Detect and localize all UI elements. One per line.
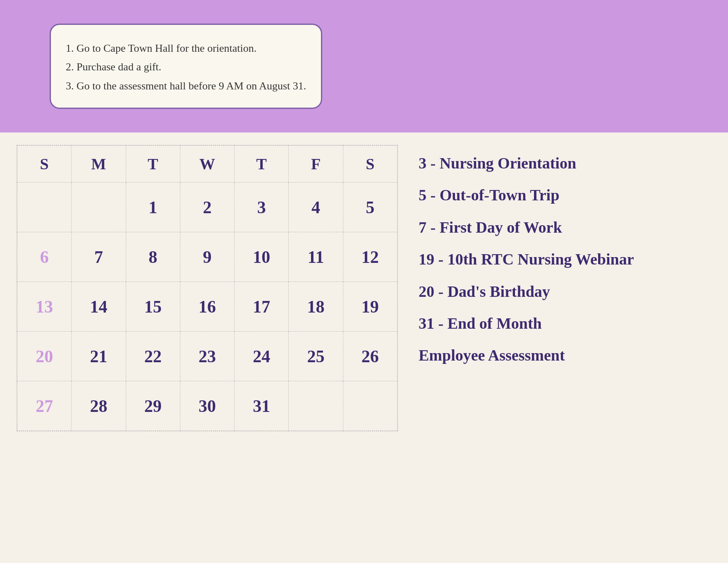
calendar-week-4: 20212223242526 (17, 332, 398, 381)
note-item-2: 2. Purchase dad a gift. (66, 58, 306, 76)
calendar-day: 22 (126, 332, 180, 381)
calendar-day: 14 (72, 282, 126, 332)
calendar-day: 9 (180, 232, 234, 282)
event-item-6: 31 - End of Month (419, 313, 707, 334)
event-item-7: Employee Assessment (419, 345, 707, 366)
calendar-day: 31 (235, 381, 289, 431)
calendar-day (289, 381, 343, 431)
calendar-day: 24 (235, 332, 289, 381)
calendar-day: 17 (235, 282, 289, 332)
calendar-day: 30 (180, 381, 234, 431)
col-thu: T (235, 146, 289, 183)
calendar-week-1: 12345 (17, 183, 398, 232)
calendar-week-3: 13141516171819 (17, 282, 398, 332)
header: 1. Go to Cape Town Hall for the orientat… (0, 0, 728, 132)
col-mon: M (72, 146, 126, 183)
event-item-3: 7 - First Day of Work (419, 217, 707, 238)
calendar-day: 23 (180, 332, 234, 381)
calendar-day: 28 (72, 381, 126, 431)
calendar-day: 5 (343, 183, 397, 232)
calendar-day: 3 (235, 183, 289, 232)
col-wed: W (180, 146, 234, 183)
calendar-day: 2 (180, 183, 234, 232)
calendar-day: 8 (126, 232, 180, 282)
calendar-day: 13 (17, 282, 72, 332)
calendar-day: 16 (180, 282, 234, 332)
col-sun: S (17, 146, 72, 183)
main-section: S M T W T F S 12345678910111213141516171… (0, 132, 728, 444)
calendar-day (72, 183, 126, 232)
calendar-day: 20 (17, 332, 72, 381)
note-item-3: 3. Go to the assessment hall before 9 AM… (66, 77, 306, 95)
calendar-week-5: 2728293031 (17, 381, 398, 431)
calendar-day: 4 (289, 183, 343, 232)
event-item-4: 19 - 10th RTC Nursing Webinar (419, 249, 707, 269)
calendar-day: 27 (17, 381, 72, 431)
calendar-day: 15 (126, 282, 180, 332)
note-item-1: 1. Go to Cape Town Hall for the orientat… (66, 40, 306, 57)
calendar-day: 25 (289, 332, 343, 381)
calendar-day: 18 (289, 282, 343, 332)
calendar-day (17, 183, 72, 232)
calendar-day: 26 (343, 332, 397, 381)
col-tue: T (126, 146, 180, 183)
calendar-day: 10 (235, 232, 289, 282)
event-item-2: 5 - Out-of-Town Trip (419, 185, 707, 205)
col-fri: F (289, 146, 343, 183)
calendar-header-row: S M T W T F S (17, 146, 398, 183)
calendar-day: 7 (72, 232, 126, 282)
notes-box: 1. Go to Cape Town Hall for the orientat… (50, 24, 322, 109)
calendar-day: 21 (72, 332, 126, 381)
calendar-day: 29 (126, 381, 180, 431)
col-sat: S (343, 146, 397, 183)
event-item-1: 3 - Nursing Orientation (419, 153, 707, 173)
calendar-day: 6 (17, 232, 72, 282)
calendar-table: S M T W T F S 12345678910111213141516171… (17, 145, 398, 431)
calendar-day: 12 (343, 232, 397, 282)
event-item-5: 20 - Dad's Birthday (419, 282, 707, 302)
notes-list: 1. Go to Cape Town Hall for the orientat… (66, 40, 306, 95)
events-panel: 3 - Nursing Orientation5 - Out-of-Town T… (414, 145, 711, 386)
calendar-week-2: 6789101112 (17, 232, 398, 282)
calendar-body: 1234567891011121314151617181920212223242… (17, 183, 398, 431)
calendar-day (343, 381, 397, 431)
calendar-day: 19 (343, 282, 397, 332)
calendar-day: 1 (126, 183, 180, 232)
calendar-wrapper: S M T W T F S 12345678910111213141516171… (17, 145, 398, 431)
calendar-day: 11 (289, 232, 343, 282)
